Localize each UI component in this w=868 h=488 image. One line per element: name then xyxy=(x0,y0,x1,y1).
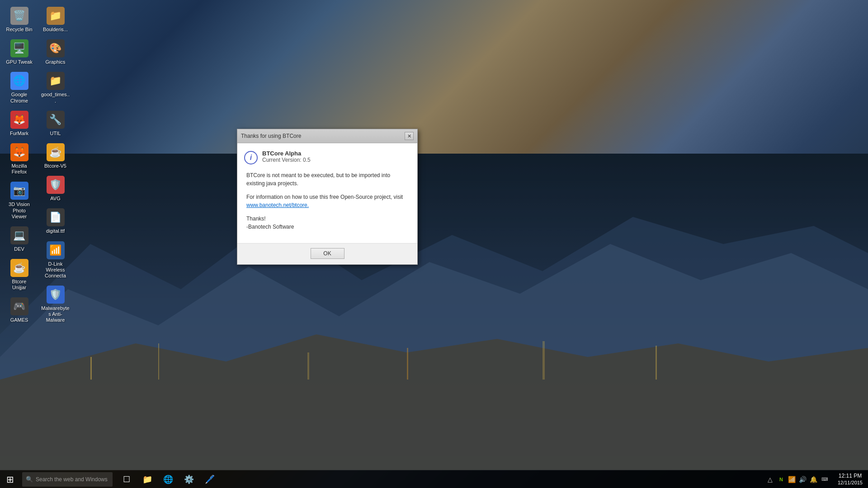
taskbar-time[interactable]: 12:11 PM 12/11/2015 xyxy=(832,470,868,488)
icon-image-furmark: 🦊 xyxy=(10,111,28,129)
icon-label-avg: AVG xyxy=(50,196,60,202)
icon-label-furmark: FurMark xyxy=(10,131,28,136)
icon-label-dlink: D-Link Wireless Connecta xyxy=(41,261,70,279)
desktop-icon-furmark[interactable]: 🦊FurMark xyxy=(2,108,36,139)
taskbar-notification-icon[interactable]: 🔔 xyxy=(809,475,818,484)
info-icon: i xyxy=(244,151,258,164)
icon-image-btcore-v5: ☕ xyxy=(47,143,65,161)
taskbar-app-icons: ☐ 📁 🌐 ⚙️ 🖊️ xyxy=(116,470,220,488)
svg-rect-4 xyxy=(90,357,92,380)
icon-image-avg: 🛡️ xyxy=(47,176,65,194)
dialog-close-button[interactable]: ✕ xyxy=(405,132,414,140)
taskbar-right: △ N 📶 🔊 🔔 ⌨ 12:11 PM 12/11/2015 xyxy=(763,470,868,488)
taskbar-sys-icons: △ N 📶 🔊 🔔 ⌨ xyxy=(763,475,832,484)
svg-marker-2 xyxy=(0,244,868,470)
dialog-body-link[interactable]: www.banotech.net/btcore. xyxy=(246,202,309,208)
icon-label-malwarebytes: Malwarebytes Anti-Malware xyxy=(41,305,70,324)
desktop-icon-google-chrome[interactable]: 🌐Google Chrome xyxy=(2,70,36,106)
icon-image-mozilla-firefox: 🦊 xyxy=(10,143,28,161)
icon-label-goodtimes: good_times... xyxy=(41,92,70,103)
dialog-app-info: BTCore Alpha Current Version: 0.5 xyxy=(262,150,410,163)
svg-marker-3 xyxy=(0,334,868,470)
icon-image-dlink: 📶 xyxy=(47,241,65,259)
desktop-icon-boulders[interactable]: 📁Boulderis... xyxy=(38,5,72,35)
dialog-thanks: Thanks! -Banotech Software xyxy=(246,215,408,231)
icon-label-graphics: Graphics xyxy=(45,59,65,65)
dialog-content: i BTCore Alpha Current Version: 0.5 BTCo… xyxy=(237,143,417,243)
icon-image-3d-vision: 📷 xyxy=(10,182,28,200)
dialog-title: Thanks for using BTCore xyxy=(241,133,301,139)
icon-image-digital-ttf: 📄 xyxy=(47,208,65,226)
desktop-icon-digital-ttf[interactable]: 📄digital.ttf xyxy=(38,206,72,236)
taskbar-search[interactable]: 🔍 Search the web and Windows xyxy=(22,472,113,487)
icon-image-malwarebytes: 🛡️ xyxy=(47,286,65,304)
taskbar-volume-icon[interactable]: 🔊 xyxy=(798,475,807,484)
icon-image-recycle-bin: 🗑️ xyxy=(10,7,28,25)
desktop-icon-dlink[interactable]: 📶D-Link Wireless Connecta xyxy=(38,239,72,282)
start-button[interactable]: ⊞ xyxy=(0,470,20,488)
icon-image-util: 🔧 xyxy=(47,111,65,129)
icon-label-btcore-unijjar: Btcore Unijjar xyxy=(5,279,34,291)
icon-label-gpu-tweak: GPU Tweak xyxy=(6,59,33,65)
icon-image-boulders: 📁 xyxy=(47,7,65,25)
ok-button[interactable]: OK xyxy=(311,248,344,259)
taskbar-keyboard-icon[interactable]: ⌨ xyxy=(820,475,829,484)
desktop-icon-avg[interactable]: 🛡️AVG xyxy=(38,174,72,204)
icon-label-games: GAMES xyxy=(10,317,28,323)
svg-rect-6 xyxy=(307,352,309,380)
icon-label-dev: DEV xyxy=(14,246,24,252)
dialog-body: BTCore is not meant to be executed, but … xyxy=(244,171,410,231)
desktop-icon-3d-vision[interactable]: 📷3D Vision Photo Viewer xyxy=(2,179,36,222)
taskbar-chevron-icon[interactable]: △ xyxy=(766,475,775,484)
icon-image-goodtimes: 📁 xyxy=(47,72,65,90)
icon-label-google-chrome: Google Chrome xyxy=(5,92,34,103)
desktop-icon-goodtimes[interactable]: 📁good_times... xyxy=(38,70,72,106)
desktop-icon-recycle-bin[interactable]: 🗑️Recycle Bin xyxy=(2,5,36,35)
taskbar-icon-chrome[interactable]: 🌐 xyxy=(158,470,179,488)
dialog-box[interactable]: Thanks for using BTCore ✕ i BTCore Alpha… xyxy=(237,129,418,265)
desktop-icon-util[interactable]: 🔧UTIL xyxy=(38,108,72,139)
desktop-background xyxy=(0,0,868,488)
taskbar-icon-settings[interactable]: ⚙️ xyxy=(179,470,199,488)
desktop-icon-btcore-unijjar[interactable]: ☕Btcore Unijjar xyxy=(2,257,36,293)
icon-image-games: 🎮 xyxy=(10,297,28,315)
icon-image-btcore-unijjar: ☕ xyxy=(10,259,28,277)
desktop-icon-graphics[interactable]: 🎨Graphics xyxy=(38,37,72,67)
desktop-icon-gpu-tweak[interactable]: 🖥️GPU Tweak xyxy=(2,37,36,67)
svg-rect-5 xyxy=(158,343,159,380)
desktop-icon-malwarebytes[interactable]: 🛡️Malwarebytes Anti-Malware xyxy=(38,283,72,326)
dialog-titlebar: Thanks for using BTCore ✕ xyxy=(237,129,417,143)
dialog-app-version: Current Version: 0.5 xyxy=(262,157,410,163)
dialog-body-line1: BTCore is not meant to be executed, but … xyxy=(246,171,408,188)
clock-date: 12/11/2015 xyxy=(838,479,863,486)
dialog-body-line2: For information on how to use this free … xyxy=(246,193,408,209)
svg-marker-1 xyxy=(0,217,868,470)
icon-image-dev: 💻 xyxy=(10,226,28,244)
svg-rect-8 xyxy=(542,341,545,380)
desktop-icon-mozilla-firefox[interactable]: 🦊Mozilla Firefox xyxy=(2,141,36,177)
icon-image-graphics: 🎨 xyxy=(47,39,65,57)
dialog-header-row: i BTCore Alpha Current Version: 0.5 xyxy=(244,150,410,164)
svg-rect-0 xyxy=(0,154,868,470)
icon-label-btcore-v5: Btcore-V5 xyxy=(44,163,66,169)
taskbar: ⊞ 🔍 Search the web and Windows ☐ 📁 🌐 ⚙️ … xyxy=(0,470,868,488)
desktop-icon-games[interactable]: 🎮GAMES xyxy=(2,295,36,325)
icon-label-util: UTIL xyxy=(50,131,61,136)
taskbar-icon-taskview[interactable]: ☐ xyxy=(116,470,137,488)
clock-time: 12:11 PM xyxy=(839,473,862,480)
taskbar-network-icon[interactable]: 📶 xyxy=(788,475,797,484)
svg-rect-7 xyxy=(407,348,408,380)
svg-rect-10 xyxy=(0,154,868,470)
taskbar-icon-photoshop[interactable]: 🖊️ xyxy=(199,470,220,488)
dialog-footer: OK xyxy=(237,243,417,264)
desktop-icon-btcore-v5[interactable]: ☕Btcore-V5 xyxy=(38,141,72,171)
svg-rect-9 xyxy=(656,346,657,380)
icon-label-mozilla-firefox: Mozilla Firefox xyxy=(5,163,34,175)
icon-image-gpu-tweak: 🖥️ xyxy=(10,39,28,57)
search-placeholder: Search the web and Windows xyxy=(36,476,108,483)
icon-label-3d-vision: 3D Vision Photo Viewer xyxy=(5,202,34,220)
icon-label-boulders: Boulderis... xyxy=(43,27,68,33)
taskbar-icon-file-explorer[interactable]: 📁 xyxy=(137,470,158,488)
desktop-icon-dev[interactable]: 💻DEV xyxy=(2,224,36,254)
taskbar-nvidia-icon[interactable]: N xyxy=(777,475,786,484)
